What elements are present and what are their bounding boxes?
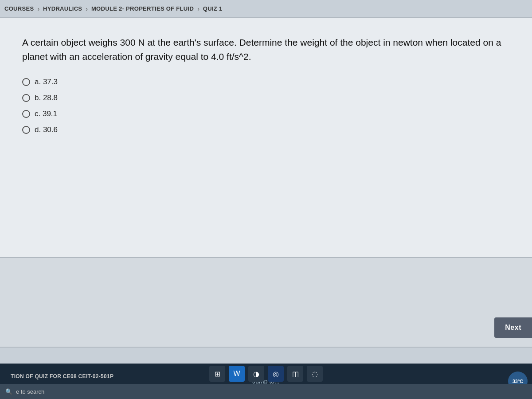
search-input-text[interactable]: e to search xyxy=(16,388,44,395)
taskbar-icons: ⊞ W ◑ ◎ ◫ ◌ xyxy=(209,364,323,384)
chevron-icon-2: › xyxy=(86,5,88,12)
option-b-label: b. 28.8 xyxy=(35,94,58,102)
breadcrumb-item-hydraulics[interactable]: HYDRAULICS xyxy=(43,5,82,12)
next-button[interactable]: Next xyxy=(494,317,532,338)
option-a[interactable]: a. 37.3 xyxy=(22,78,510,86)
window-icon[interactable]: ◫ xyxy=(287,366,303,382)
radio-c[interactable] xyxy=(22,110,30,118)
option-d-label: d. 30.6 xyxy=(35,125,58,134)
radio-b[interactable] xyxy=(22,94,30,102)
browser-icon[interactable]: ◎ xyxy=(268,366,284,382)
word-icon[interactable]: W xyxy=(229,366,245,382)
quiz-content: A certain object weighs 300 N at the ear… xyxy=(0,18,532,257)
empty-section: Next xyxy=(0,258,532,347)
breadcrumb: Courses › HYDRAULICS › MODULE 2- PROPERT… xyxy=(0,0,532,18)
media-icon[interactable]: ◑ xyxy=(248,366,264,382)
breadcrumb-item-quiz[interactable]: QUIZ 1 xyxy=(203,5,223,12)
search-bar: 🔍 e to search xyxy=(0,384,532,399)
start-icon[interactable]: ⊞ xyxy=(209,366,225,382)
breadcrumb-item-courses[interactable]: Courses xyxy=(4,5,34,12)
chevron-icon-3: › xyxy=(197,5,200,12)
chevron-icon-1: › xyxy=(37,5,39,12)
question-text: A certain object weighs 300 N at the ear… xyxy=(22,35,510,63)
breadcrumb-item-module[interactable]: MODULE 2- PROPERTIES OF FLUID xyxy=(91,5,194,12)
radio-d[interactable] xyxy=(22,126,30,134)
option-b[interactable]: b. 28.8 xyxy=(22,94,510,102)
option-d[interactable]: d. 30.6 xyxy=(22,125,510,134)
option-c-label: c. 39.1 xyxy=(35,110,57,118)
app-icon[interactable]: ◌ xyxy=(307,366,323,382)
radio-a[interactable] xyxy=(22,78,30,86)
option-c[interactable]: c. 39.1 xyxy=(22,110,510,118)
footer-quiz-label: TION OF QUIZ FOR CE08 CEIT-02-501P xyxy=(4,370,120,383)
option-a-label: a. 37.3 xyxy=(35,78,58,86)
search-icon: 🔍 xyxy=(5,388,12,395)
taskbar: TION OF QUIZ FOR CE08 CEIT-02-501P quiz/… xyxy=(0,364,532,399)
